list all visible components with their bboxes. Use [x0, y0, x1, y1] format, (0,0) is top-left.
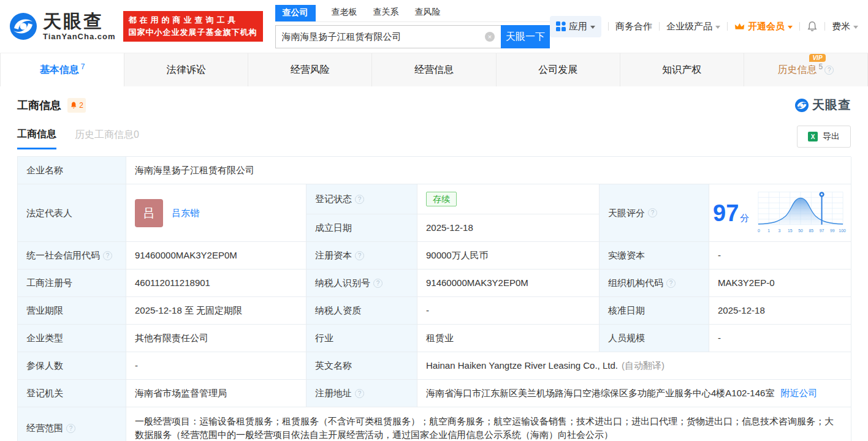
org-code-label-text: 组织机构代码 [608, 277, 663, 289]
help-icon[interactable]: ? [355, 389, 364, 398]
slogan-banner: 都在用的商业查询工具 国家中小企业发展子基金旗下机构 [123, 11, 263, 42]
reg-capital-label-text: 注册资本 [315, 249, 352, 262]
divider [608, 22, 609, 31]
tab-basic-info[interactable]: 基本信息 7 [0, 53, 124, 86]
field-label-reg-address: 注册地址 ? [306, 380, 417, 407]
field-label-industry: 行业 [306, 325, 417, 352]
field-label-insured-count: 参保人数 [18, 352, 126, 380]
field-value-insured-count: - [126, 352, 306, 380]
help-icon[interactable]: ? [824, 66, 834, 75]
nav-cooperation[interactable]: 商务合作 [615, 21, 652, 32]
subtab-row: 工商信息 历史工商信息0 X 导出 [17, 126, 851, 151]
tab-risk-label: 经营风险 [291, 64, 330, 77]
monitor-bell-badge[interactable]: 2 [67, 98, 86, 113]
status-badge: 存续 [426, 192, 457, 206]
tab-company-development[interactable]: 公司发展 [497, 53, 620, 86]
search-button[interactable]: 天眼一下 [501, 25, 550, 48]
nav-user-menu[interactable]: 费米 [832, 21, 858, 32]
tab-basic-info-count: 7 [81, 62, 85, 71]
field-label-reg-authority: 登记机关 [18, 380, 126, 407]
tab-history-info[interactable]: 历史信息 VIP 5 ? [744, 53, 868, 86]
search-tab-risk[interactable]: 查风险 [415, 4, 441, 21]
help-icon[interactable]: ? [648, 208, 657, 217]
field-label-reg-number: 工商注册号 [18, 270, 126, 297]
divider [727, 22, 728, 31]
search-tab-relation[interactable]: 查关系 [373, 4, 399, 21]
tab-intellectual-property[interactable]: 知识产权 [620, 53, 744, 86]
help-icon[interactable]: ? [373, 279, 383, 288]
export-button[interactable]: X 导出 [797, 126, 851, 148]
legal-rep-name-link[interactable]: 吕东锴 [172, 207, 199, 219]
field-value-reg-number: 460112011218901 [126, 270, 306, 297]
field-value-credit-code: 91460000MAK3Y2EP0M [126, 242, 306, 270]
field-label-company-name: 企业名称 [18, 157, 126, 184]
tianyancha-logo-icon [9, 12, 38, 41]
brand-name: 天眼查 [43, 12, 116, 31]
divider [824, 22, 825, 31]
clear-search-icon[interactable]: × [485, 32, 495, 42]
tianyancha-logo[interactable]: 天眼查 TianYanCha.com [9, 12, 116, 41]
apps-grid-icon [556, 21, 566, 31]
help-icon[interactable]: ? [66, 424, 75, 433]
score-number: 97 [713, 200, 739, 226]
field-value-legal-rep: 吕 吕东锴 [126, 184, 306, 242]
nav-cooperation-label: 商务合作 [615, 21, 652, 32]
field-value-score: 97分 0 [709, 184, 851, 242]
nav-username: 费米 [832, 21, 850, 32]
help-icon[interactable]: ? [103, 251, 112, 260]
crown-icon [734, 22, 745, 31]
svg-text:85: 85 [809, 228, 813, 232]
business-info-table: 企业名称 海南海垦扬子江租赁有限公司 法定代表人 吕 吕东锴 登记状态 ? 存续… [17, 156, 851, 441]
company-section-tabs: 基本信息 7 法律诉讼 经营风险 经营信息 公司发展 知识产权 历史信息 VIP… [0, 53, 868, 86]
nav-apps[interactable]: 应用 [550, 16, 601, 37]
help-icon[interactable]: ? [355, 195, 364, 204]
field-label-approval-date: 核准日期 [600, 297, 709, 325]
field-value-taxpayer-id: 91460000MAK3Y2EP0M [417, 270, 600, 297]
chevron-down-icon [590, 26, 595, 29]
field-label-credit-code: 统一社会信用代码 ? [18, 242, 126, 270]
tab-history-label: 历史信息 [778, 64, 817, 75]
tab-legal-proceedings[interactable]: 法律诉讼 [124, 53, 248, 86]
field-value-paid-capital: - [709, 242, 851, 270]
nav-vip-label: 开通会员 [748, 21, 785, 32]
search-input[interactable] [275, 25, 501, 48]
help-icon[interactable]: ? [666, 279, 676, 288]
subtab-business-info[interactable]: 工商信息 [17, 128, 56, 149]
field-value-reg-status: 存续 [417, 184, 600, 214]
field-label-reg-capital: 注册资本 ? [306, 242, 417, 270]
slogan-line1: 都在用的商业查询工具 [129, 14, 257, 26]
nav-enterprise-products[interactable]: 企业级产品 [666, 21, 720, 32]
watermark-text: 天眼查 [812, 97, 851, 113]
field-value-staff-size: - [709, 325, 851, 352]
tab-operation-risk[interactable]: 经营风险 [248, 53, 372, 86]
field-value-company-type: 其他有限责任公司 [126, 325, 306, 352]
legal-rep-avatar[interactable]: 吕 [135, 199, 163, 227]
nav-notifications[interactable] [807, 21, 818, 32]
help-icon[interactable]: ? [355, 251, 364, 260]
field-label-business-term: 营业期限 [18, 297, 126, 325]
search-block: 查公司 查老板 查关系 查风险 × 天眼一下 [275, 4, 550, 48]
subtab-history-business-info[interactable]: 历史工商信息0 [75, 129, 139, 148]
search-tab-boss[interactable]: 查老板 [332, 4, 357, 21]
watermark-logo: 天眼查 [794, 97, 851, 113]
score-label-text: 天眼评分 [608, 207, 645, 219]
field-label-taxpayer-quality: 纳税人资质 [306, 297, 417, 325]
chevron-down-icon [853, 26, 858, 29]
export-label: 导出 [823, 131, 840, 142]
nearby-companies-link[interactable]: 附近公司 [780, 387, 817, 399]
main-content: 工商信息 2 天眼查 工商信息 历史工商信息0 X 导出 [0, 97, 868, 441]
tab-operation-info[interactable]: 经营信息 [372, 53, 496, 86]
field-value-business-term: 2025-12-18 至 无固定期限 [126, 297, 306, 325]
tab-development-label: 公司发展 [538, 64, 577, 77]
field-value-company-name: 海南海垦扬子江租赁有限公司 [126, 157, 851, 184]
nav-open-vip[interactable]: 开通会员 [734, 21, 793, 32]
nav-apps-label: 应用 [569, 21, 587, 32]
field-label-legal-rep: 法定代表人 [18, 184, 126, 242]
score-axis-ticks: 0 1 3 15 50 85 97 99 100 [758, 228, 846, 232]
field-label-org-code: 组织机构代码 ? [600, 270, 709, 297]
field-value-reg-capital: 90000万人民币 [417, 242, 600, 270]
field-value-business-scope: 一般经营项目：运输设备租赁服务；租赁服务（不含许可类租赁服务）；航空商务服务；航… [126, 407, 851, 441]
field-label-english-name: 英文名称 [306, 352, 417, 380]
tab-ip-label: 知识产权 [662, 64, 701, 77]
search-tab-company[interactable]: 查公司 [275, 5, 316, 21]
